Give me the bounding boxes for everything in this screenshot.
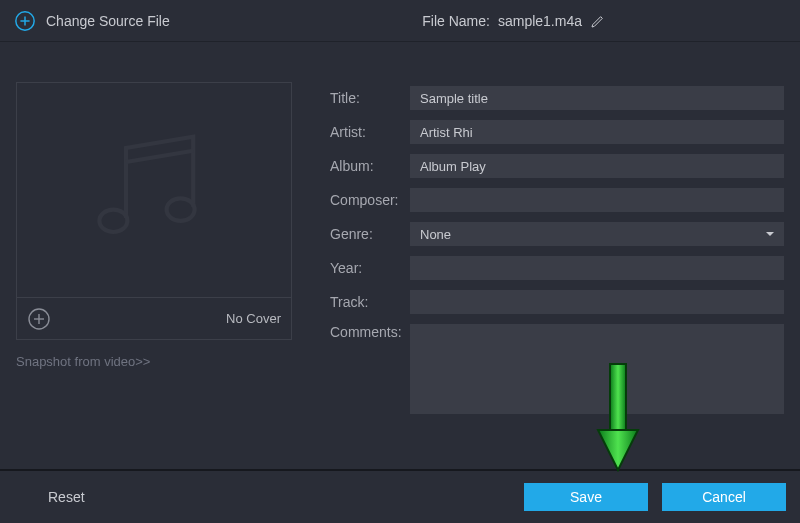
edit-pencil-icon[interactable] xyxy=(590,13,606,29)
metadata-form: Title: Artist: Album: Composer: Genre: N… xyxy=(330,82,784,424)
cover-footer: No Cover xyxy=(16,298,292,340)
field-row-composer: Composer: xyxy=(330,188,784,212)
music-note-icon xyxy=(84,120,224,260)
add-cover-button[interactable] xyxy=(27,307,51,331)
genre-select[interactable]: None xyxy=(410,222,784,246)
year-label: Year: xyxy=(330,260,410,276)
cancel-button[interactable]: Cancel xyxy=(662,483,786,511)
change-source-file-button[interactable]: Change Source File xyxy=(14,10,170,32)
title-label: Title: xyxy=(330,90,410,106)
change-source-label: Change Source File xyxy=(46,13,170,29)
field-row-genre: Genre: None xyxy=(330,222,784,246)
snapshot-from-video-link[interactable]: Snapshot from video>> xyxy=(16,354,150,369)
content-area: No Cover Snapshot from video>> Title: Ar… xyxy=(0,42,800,424)
cover-column: No Cover Snapshot from video>> xyxy=(16,82,292,424)
reset-button[interactable]: Reset xyxy=(14,483,119,511)
field-row-artist: Artist: xyxy=(330,120,784,144)
year-input[interactable] xyxy=(410,256,784,280)
svg-point-3 xyxy=(99,210,127,232)
plus-circle-icon xyxy=(14,10,36,32)
album-label: Album: xyxy=(330,158,410,174)
track-input[interactable] xyxy=(410,290,784,314)
field-row-year: Year: xyxy=(330,256,784,280)
comments-textarea[interactable] xyxy=(410,324,784,414)
footer-buttons: Save Cancel xyxy=(524,483,786,511)
svg-point-4 xyxy=(167,198,195,220)
field-row-comments: Comments: xyxy=(330,324,784,414)
filename-value: sample1.m4a xyxy=(498,13,582,29)
save-button[interactable]: Save xyxy=(524,483,648,511)
filename-display: File Name: sample1.m4a xyxy=(422,13,606,29)
field-row-title: Title: xyxy=(330,86,784,110)
composer-input[interactable] xyxy=(410,188,784,212)
cover-preview xyxy=(16,82,292,298)
field-row-album: Album: xyxy=(330,154,784,178)
composer-label: Composer: xyxy=(330,192,410,208)
filename-label: File Name: xyxy=(422,13,490,29)
album-input[interactable] xyxy=(410,154,784,178)
footer-bar: Reset Save Cancel xyxy=(0,469,800,523)
header-bar: Change Source File File Name: sample1.m4… xyxy=(0,0,800,42)
genre-selected-value: None xyxy=(410,222,784,246)
no-cover-label: No Cover xyxy=(226,311,281,326)
artist-label: Artist: xyxy=(330,124,410,140)
artist-input[interactable] xyxy=(410,120,784,144)
track-label: Track: xyxy=(330,294,410,310)
genre-label: Genre: xyxy=(330,226,410,242)
comments-label: Comments: xyxy=(330,324,410,340)
field-row-track: Track: xyxy=(330,290,784,314)
title-input[interactable] xyxy=(410,86,784,110)
